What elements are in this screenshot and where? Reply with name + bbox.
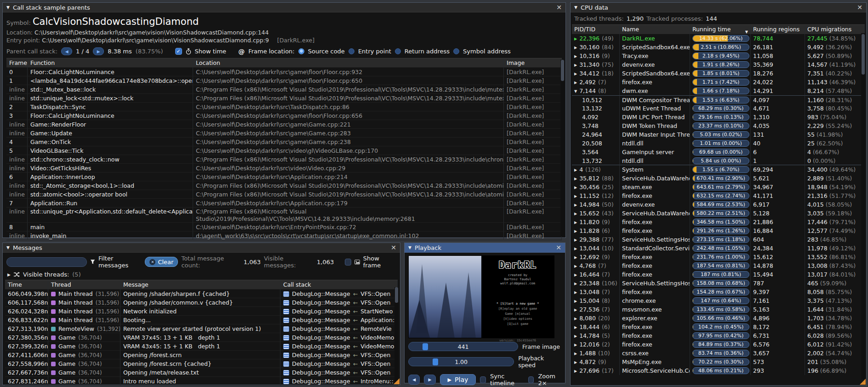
col-name[interactable]: Name (620, 25, 690, 34)
message-row[interactable]: 627,411,606nsGame(36,704)Opening /forest… (5, 351, 398, 359)
messages-scrollbar[interactable] (394, 287, 399, 382)
resize-grip[interactable] (394, 378, 400, 384)
callstack-cell[interactable]: DebugLog::Message←StartNetwo (280, 307, 398, 316)
messages-scrollbar-thumb[interactable] (395, 287, 398, 303)
callstack-row[interactable]: 3Floor::CalcLightNoLuminanceC:\Users\wol… (6, 111, 562, 120)
prev-frame-button[interactable]: ◀ (408, 375, 420, 385)
col-function[interactable]: Function (28, 58, 193, 68)
close-icon[interactable]: ✕ (857, 4, 862, 11)
cpu-process-row[interactable]: 10,512DWM Compositor Thread1.53 s (6.63%… (572, 95, 865, 104)
col-image[interactable]: Image (504, 58, 562, 68)
callstack-row[interactable]: 8mainC:\Users\wolf\Desktop\darkrl\src\En… (6, 223, 562, 231)
message-row[interactable]: 626,024,328nsMain thread(31,596)Network … (5, 307, 398, 316)
callstack-row[interactable]: inlinestd::_Atomic_storage<bool,1>::load… (6, 181, 562, 190)
collapse-icon[interactable]: ▼ (6, 245, 10, 250)
expand-icon[interactable]: ▶ (574, 185, 577, 190)
callstack-cell[interactable]: DebugLog::Message←VFS::Open (280, 289, 398, 298)
close-icon[interactable]: ✕ (391, 244, 396, 251)
expand-icon[interactable]: ▶ (574, 63, 577, 67)
cpu-process-row[interactable]: ▶14,984(50)devenv.exe584.69 ms (2.53%)6,… (572, 200, 865, 209)
cpu-process-row[interactable]: ▶11,828(6)firefox.exe291.26 ms (1.26%)16… (572, 226, 865, 235)
sync-timeline-checkbox[interactable] (480, 376, 486, 383)
cpu-process-row[interactable]: ▶30,456(25)steam.exe643.61 ms (2.79%)34,… (572, 183, 865, 191)
message-row[interactable]: 627,380,356nsGame(36,704)VRAM 37x45: 13 … (5, 333, 398, 342)
cpu-process-row[interactable]: ▶18,444(6)firefox.exe104.2 ms (0.45%)8,1… (572, 323, 865, 331)
cpu-process-row[interactable]: 24,964DWM Master Input Threa5.03 ms (0.0… (572, 130, 865, 139)
callstack-row[interactable]: 0Floor::CalcLightNoLuminanceC:\Users\wol… (6, 68, 562, 76)
expand-icon[interactable]: ▶ (574, 220, 577, 225)
col-running-time[interactable]: ▼ Running time (690, 25, 751, 34)
callstack-cell[interactable]: DebugLog::Message←RemoteVie (280, 324, 398, 333)
expand-icon[interactable]: ▶ (574, 299, 577, 303)
col-message[interactable]: Message (120, 280, 280, 289)
radio-return-address[interactable] (395, 48, 401, 54)
message-row[interactable]: 627,558,996nsGame(36,704)Opening /forest… (5, 359, 398, 368)
callstack-icon[interactable] (283, 379, 289, 384)
collapse-icon[interactable]: ▼ (6, 5, 10, 10)
expand-icon[interactable]: ▶ (574, 343, 577, 347)
expand-icon[interactable]: ▶ (574, 352, 577, 356)
expand-icon[interactable]: ▶ (574, 46, 577, 50)
expand-icon[interactable]: ▶ (574, 317, 577, 321)
expand-icon[interactable]: ▶ (574, 282, 577, 286)
callstack-row[interactable]: inlinestd::_Mutex_base::lockC:\Program F… (6, 85, 562, 94)
col-callstack[interactable]: Call stack (280, 280, 398, 289)
callstack-icon[interactable] (283, 309, 289, 314)
cpu-process-row[interactable]: ▼7,144(8)dwm.exe1.66 s (7.18%)14,2918,21… (572, 87, 865, 95)
expand-icon[interactable]: ▶ (574, 255, 577, 260)
cpu-process-row[interactable]: ▶34,412(18)ScriptedSandbox64.exe1.85 s (… (572, 69, 865, 78)
expand-icon[interactable]: ▶ (574, 212, 577, 216)
cpu-process-row[interactable]: ▶27,696(17)Microsoft.ServiceHub.Co48.06 … (572, 366, 865, 375)
expand-icon[interactable]: ▶ (574, 264, 577, 268)
callstack-scrollbar-thumb[interactable] (561, 60, 564, 81)
cpu-process-row[interactable]: ▶4,768(7)firefox.exe187.54 ms (0.81%)14,… (572, 261, 865, 270)
cpu-process-row[interactable]: 3,748DWM Token Thread23.37 ms (0.10%)4,0… (572, 121, 865, 130)
col-pid-tid[interactable]: PID/TID (572, 25, 620, 34)
expand-icon[interactable]: ▶ (574, 273, 577, 277)
zoom-2x-checkbox[interactable] (528, 376, 534, 383)
cpu-process-row[interactable]: ▶8,080(20)explorer.exe105.66 ms (0.46%)4… (572, 314, 865, 323)
cpu-scrollbar-thumb[interactable] (862, 34, 865, 75)
frame-image-preview[interactable]: DarkRL created by Bartosz Taudul wolf.pl… (408, 255, 554, 338)
callstack-row[interactable]: 1<lambda_84a19dc444fae966ca174e83e708bdc… (6, 76, 562, 85)
cpu-process-row[interactable]: ▶13,048(7)firefox.exe154.28 ms (0.67%)9,… (572, 288, 865, 296)
cpu-process-row[interactable]: ▶10,316(9)Tracy.exe2.18 s (9.45%)11,0585… (572, 52, 865, 60)
callstack-row[interactable]: 6Application::InnerLoopC:\Users\wolf\Des… (6, 173, 562, 181)
cpu-process-row[interactable]: ▶16,464(7)firefox.exe187 ms (0.81%)15,49… (572, 270, 865, 279)
cpu-process-row[interactable]: 13,732ntdll.dll5.84 us (0.00%)10 (0.00%) (572, 156, 865, 165)
cpu-process-row[interactable]: ▶13,044(10)StandardCollector.Servic242.4… (572, 244, 865, 253)
play-button[interactable]: ▶ Play (440, 374, 476, 385)
next-frame-button[interactable]: ▶ (424, 375, 435, 385)
message-row[interactable]: 627,831,246nsGame(36,704)Intro menu load… (5, 377, 398, 386)
callstack-icon[interactable] (283, 361, 289, 367)
collapse-icon[interactable]: ▼ (574, 5, 577, 10)
expand-icon[interactable]: ▶ (574, 203, 577, 207)
callstack-row[interactable]: inlinestd::unique_lock<std::mutex>::lock… (6, 94, 562, 103)
expand-icon[interactable]: ▶ (574, 194, 577, 198)
callstack-cell[interactable]: DebugLog::Message←VFS::Open (280, 368, 398, 377)
callstack-icon[interactable] (283, 344, 289, 349)
cpu-process-row[interactable]: ▶14,784(5)firefox.exe97.95 ms (0.42%)6,7… (572, 331, 865, 340)
close-icon[interactable]: ✕ (556, 244, 561, 251)
callstack-cell[interactable]: DebugLog::Message←VideoMemo (280, 333, 398, 342)
callstack-row[interactable]: inlineGame::RenderFloorC:\Users\wolf\Des… (6, 120, 562, 129)
expand-icon[interactable]: ▶ (574, 360, 577, 364)
frame-image-slider[interactable]: 441 (408, 342, 518, 351)
expand-icon[interactable]: ▶ (574, 325, 577, 329)
cpu-process-row[interactable]: 13,132uDWM Event Thread68.29 ms (0.30%)4… (572, 104, 865, 113)
message-row[interactable]: 627,313,190nsRemoteView(31,392)Remote vi… (5, 324, 398, 333)
col-cpu-migrations[interactable]: CPU migrations (805, 25, 865, 34)
cpu-process-row[interactable]: ▶1,488(10)csrss.exe83.74 ms (0.36%)3,657… (572, 349, 865, 358)
callstack-icon[interactable] (283, 291, 289, 297)
callstack-cell[interactable]: DebugLog::Message←IntroMenu:: (280, 377, 398, 386)
callstack-icon[interactable] (283, 335, 289, 341)
cpu-process-row[interactable]: 20,508ntdll.dll1.01 ms (0.00%)4025 (62.5… (572, 139, 865, 148)
col-thread[interactable]: Thread (48, 280, 120, 289)
cpu-scrollbar[interactable] (861, 33, 865, 379)
message-row[interactable]: 627,667,736nsGame(36,704)Opening /meta/r… (5, 368, 398, 377)
expand-icon[interactable]: ▶ (574, 238, 577, 242)
radio-entry-point[interactable] (348, 48, 354, 54)
cpu-process-row[interactable]: ▶35,812(88)ServiceHub.DataWareho670.41 m… (572, 174, 865, 183)
col-time[interactable]: Time (5, 280, 48, 289)
expand-icon[interactable]: ▶ (574, 81, 577, 85)
